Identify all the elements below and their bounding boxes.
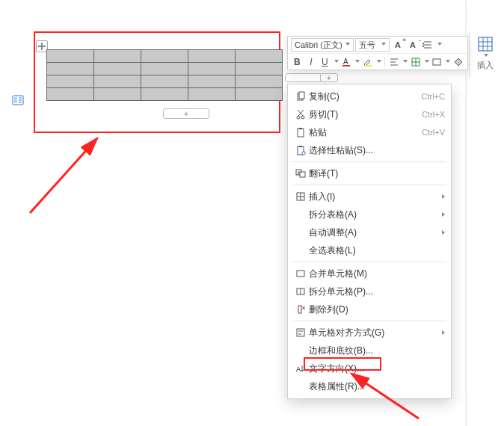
table-row xyxy=(47,50,283,63)
svg-rect-22 xyxy=(433,59,440,65)
font-name-value: Calibri (正文) xyxy=(295,40,342,51)
merge-button[interactable] xyxy=(431,55,443,69)
menu-item-copy[interactable]: 复制(C) Ctrl+C xyxy=(288,87,451,105)
table-row xyxy=(47,75,283,88)
menu-item-insert[interactable]: 插入(I) xyxy=(288,188,451,206)
menu-item-cell-align[interactable]: 单元格对齐方式(G) xyxy=(288,324,451,342)
svg-point-33 xyxy=(302,152,305,155)
split-cells-icon xyxy=(292,286,309,297)
increase-font-button[interactable]: A+ xyxy=(391,38,405,52)
svg-line-27 xyxy=(298,110,304,116)
menu-item-paste-special[interactable]: 选择性粘贴(S)... xyxy=(288,141,451,159)
svg-rect-15 xyxy=(364,65,372,67)
menu-item-merge-cells[interactable]: 合并单元格(M) xyxy=(288,265,451,283)
ribbon-insert-panel: 插入 xyxy=(469,31,500,78)
chevron-down-icon[interactable] xyxy=(484,54,488,58)
svg-text:A: A xyxy=(296,365,301,373)
underline-button[interactable]: U xyxy=(319,55,331,69)
copy-icon xyxy=(292,91,309,102)
cut-icon xyxy=(292,109,309,120)
insert-table-icon[interactable] xyxy=(477,36,494,52)
mini-toolbar-row-2: B I U A xyxy=(288,53,467,70)
font-size-value: 五号 xyxy=(359,40,375,51)
svg-text:A: A xyxy=(343,58,348,66)
menu-item-autofit[interactable]: 自动调整(A) xyxy=(288,223,451,241)
table-row xyxy=(47,63,283,75)
menu-item-text-direction[interactable]: A 文字方向(X)... xyxy=(288,359,451,377)
insert-panel-label: 插入 xyxy=(477,60,494,71)
svg-rect-6 xyxy=(14,97,17,103)
chevron-down-icon[interactable] xyxy=(437,43,442,47)
svg-point-26 xyxy=(301,116,304,119)
chevron-down-icon xyxy=(381,43,386,47)
mini-toolbar-row-1: Calibri (正文) 五号 A+ A- xyxy=(288,37,467,53)
line-spacing-button[interactable] xyxy=(421,38,434,52)
menu-divider xyxy=(292,262,446,262)
highlight-button[interactable] xyxy=(361,55,374,69)
menu-item-cut[interactable]: 剪切(T) Ctrl+X xyxy=(288,105,451,123)
document-table[interactable] xyxy=(46,49,283,101)
mini-toolbar: Calibri (正文) 五号 A+ A- B I U A xyxy=(287,36,468,70)
chevron-down-icon[interactable] xyxy=(355,60,360,64)
font-color-button[interactable]: A xyxy=(340,55,353,69)
navigation-pane-icon[interactable] xyxy=(12,94,24,106)
svg-rect-0 xyxy=(479,37,492,51)
menu-item-split-table[interactable]: 拆分表格(A) xyxy=(288,206,451,223)
table-add-row-button[interactable]: + xyxy=(163,108,209,119)
svg-rect-32 xyxy=(299,146,302,147)
chevron-down-icon xyxy=(345,43,350,47)
svg-rect-35 xyxy=(300,172,305,177)
app-canvas: 插入 + + Calibri (正文) 五号 A+ A- xyxy=(0,0,504,426)
svg-rect-14 xyxy=(342,65,350,67)
decrease-font-button[interactable]: A- xyxy=(406,38,420,52)
align-button[interactable] xyxy=(388,55,401,69)
separator xyxy=(384,57,385,67)
shading-button[interactable] xyxy=(452,55,464,69)
text-direction-icon: A xyxy=(292,363,309,374)
svg-text:文: 文 xyxy=(297,170,301,175)
menu-item-select-table[interactable]: 全选表格(L) xyxy=(288,241,451,259)
svg-rect-47 xyxy=(297,329,304,336)
svg-rect-29 xyxy=(298,129,304,137)
menu-item-table-properties[interactable]: 表格属性(R)... xyxy=(288,377,451,395)
menu-divider xyxy=(292,185,446,185)
font-name-selector[interactable]: Calibri (正文) xyxy=(291,38,354,52)
chevron-down-icon[interactable] xyxy=(377,60,381,64)
delete-col-icon xyxy=(292,304,309,315)
paste-icon xyxy=(292,127,309,138)
insert-row-button[interactable] xyxy=(409,55,422,69)
svg-line-51 xyxy=(30,138,97,213)
italic-button[interactable]: I xyxy=(305,55,318,69)
cell-align-icon xyxy=(292,327,309,338)
menu-item-split-cells[interactable]: 拆分单元格(P)... xyxy=(288,283,451,300)
svg-line-28 xyxy=(298,110,303,116)
menu-item-borders-shading[interactable]: 边框和底纹(B)... xyxy=(288,342,451,359)
translate-icon: 文 xyxy=(292,168,309,179)
chevron-down-icon[interactable] xyxy=(446,60,450,64)
menu-divider xyxy=(292,321,446,321)
table-context-menu: 复制(C) Ctrl+C 剪切(T) Ctrl+X 粘贴 Ctrl+V 选择性粘… xyxy=(287,84,452,399)
chevron-down-icon[interactable] xyxy=(403,60,408,64)
font-size-selector[interactable]: 五号 xyxy=(355,38,390,52)
merge-cells-icon xyxy=(292,268,309,279)
menu-item-paste[interactable]: 粘贴 Ctrl+V xyxy=(288,123,451,141)
table-add-col-segment[interactable] xyxy=(285,73,322,82)
insert-table-icon xyxy=(292,191,309,202)
table-add-col-button[interactable]: + xyxy=(320,73,338,82)
chevron-down-icon[interactable] xyxy=(425,60,429,64)
menu-divider xyxy=(292,161,446,162)
svg-point-25 xyxy=(297,116,300,119)
svg-rect-30 xyxy=(299,128,302,129)
paste-special-icon xyxy=(292,145,309,155)
chevron-down-icon[interactable] xyxy=(334,60,339,64)
bold-button[interactable]: B xyxy=(291,55,304,69)
svg-rect-44 xyxy=(298,306,301,313)
svg-rect-24 xyxy=(299,92,304,99)
menu-item-delete-col[interactable]: 删除列(D) xyxy=(288,300,451,318)
menu-item-translate[interactable]: 文 翻译(T) xyxy=(288,164,451,182)
table-row xyxy=(47,88,283,101)
